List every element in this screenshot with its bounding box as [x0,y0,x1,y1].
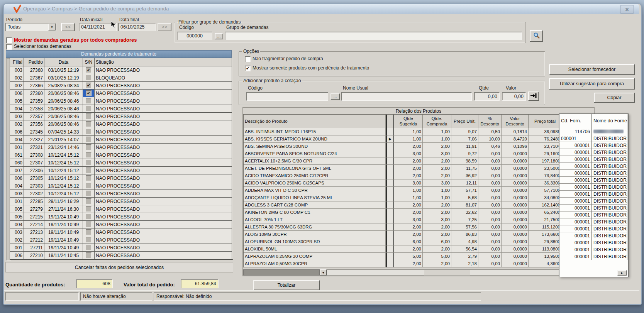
fornecedor-row[interactable]: 000001DISTRIBUIDORA [559,191,628,198]
demand-row[interactable]: 0052721519/11/24 10:49NAO PROCESSADO [10,213,233,221]
demand-row[interactable]: 0042732721/01/25 14:07NAO PROCESSADO [10,136,233,144]
data-final-input[interactable]: 06/10/2025 [118,23,156,31]
fornecedor-row[interactable]: 114706 [559,128,628,135]
mostrar-somente-checkbox[interactable]: ✔ [245,66,251,71]
product-row[interactable]: ABS. SEMINA P/SEIOS 30UND2,002,0011,910,… [244,143,562,150]
copiar-button[interactable]: Copiar [594,93,635,103]
sn-checkbox-cell[interactable] [83,198,95,205]
mostrar-todos-checkbox[interactable] [6,37,12,43]
sn-checkbox-cell[interactable] [83,151,95,159]
product-row[interactable]: ACET. DE PREDNISOLONA GTS OFT 5ML2,002,0… [244,165,562,172]
fornecedor-row[interactable]: 000001DISTRIBUIDORA [559,246,628,253]
prev-period-button[interactable]: << [61,23,75,31]
adicionar-codigo-input[interactable] [246,92,328,101]
demand-row[interactable]: 0032736803/10/25 12:19✔NAO PROCESSADO [10,66,233,74]
sn-checkbox-cell[interactable] [83,190,95,198]
demand-row[interactable]: 0062730510/12/24 15:12NAO PROCESSADO [10,174,233,182]
demand-row[interactable]: 0012732123/12/24 14:46NAO PROCESSADO [10,144,233,151]
grupo-demandas-input[interactable] [225,32,522,40]
sn-checkbox-cell[interactable] [83,105,95,113]
demand-row[interactable]: 0052735920/06/25 08:46NAO PROCESSADO [10,97,233,105]
next-period-button[interactable]: >> [158,23,171,31]
fornecedor-row[interactable]: 000001DISTRIBUIDORA [559,218,628,225]
sn-checkbox-cell[interactable] [83,228,95,236]
demand-row[interactable]: 0062734507/04/25 14:33NAO PROCESSADO [10,128,233,136]
product-row[interactable]: ABS. INTIMUS INT. MEDIO L16P151,001,009,… [244,128,562,135]
totalizar-button[interactable]: Totalizar [253,280,320,290]
product-row[interactable]: ALOXIDIL 50ML2,002,0056,540,000,0000113,… [244,245,562,253]
demand-row[interactable]: 0602730710/12/24 15:12NAO PROCESSADO [10,159,233,167]
chevron-down-icon[interactable]: ▼ [48,24,56,30]
fornecedor-row[interactable]: 000001DISTRIBUIDORA [559,170,628,177]
product-row[interactable]: ALOIS 10MG 30CPR2,002,0086,830,000,00001… [244,231,562,238]
product-row[interactable]: ACERTALIX 10+2,5MG C/30 CPR2,002,0098,59… [244,157,562,165]
demand-row[interactable]: 0022736625/08/25 08:34✔NAO PROCESSADO [10,82,233,90]
sn-checkbox-cell[interactable] [83,167,95,174]
sn-checkbox-cell[interactable]: ✔ [83,66,95,74]
product-row[interactable]: ALOPURINOL GN 100MG 30CPR SD6,006,004,98… [244,238,562,245]
adicionar-item-button[interactable] [528,91,539,101]
sn-checkbox-cell[interactable]: ✔ [83,82,95,90]
sn-checkbox-cell[interactable] [83,244,95,252]
product-row[interactable]: ALCOOL 70% 1 LT3,003,007,250,000,000021,… [244,216,562,223]
fornecedor-row[interactable]: 000001DISTRIBUIDORA [559,156,628,163]
fornecedor-row[interactable]: 000001DISTRIBUIDORA [559,163,628,170]
sn-checkbox-cell[interactable] [83,213,95,221]
close-button[interactable]: ✕ [620,5,634,14]
nao-fragmentar-checkbox[interactable] [245,56,251,62]
demand-row[interactable]: 0032735720/06/25 08:46NAO PROCESSADO [10,113,233,120]
pesquisar-button[interactable] [530,30,543,42]
sn-checkbox-cell[interactable] [83,252,95,259]
demand-row[interactable]: 0022736703/10/25 12:19BLOQUEADO [10,74,233,82]
fornecedor-row[interactable]: 000001DISTRIBUIDORA [559,211,628,218]
fornecedor-row[interactable]: 000001DISTRIBUIDORA [559,205,628,211]
demand-row[interactable]: 0042721419/11/24 10:49NAO PROCESSADO [10,221,233,228]
product-row[interactable]: ABSORVENTE PARA SEIOS NOTURNO C/243,003,… [244,150,562,157]
demand-row[interactable]: 0072730610/12/24 15:12NAO PROCESSADO [10,167,233,174]
demand-row[interactable]: 0032730210/12/24 15:12NAO PROCESSADO [10,190,233,198]
fornecedor-row[interactable]: 000001DISTRIBUIDORA [559,135,628,142]
sn-checkbox-cell[interactable] [83,113,95,120]
codigo-grupo-input[interactable]: 000000 [177,32,212,40]
scroll-left-button[interactable]: ◄ [320,269,327,276]
demand-row[interactable]: 0062736020/06/25 08:46✔NAO PROCESSADO [10,90,233,97]
product-row[interactable]: ADOÇANTE LIQUIDO LINEA STEVIA 25 ML1,001… [244,194,562,201]
fornecedor-row[interactable]: 000001DISTRIBUIDORA [559,232,628,239]
product-row[interactable]: ACIDO VALPROICO 250MG C/25CAPS3,003,0012… [244,179,562,187]
sn-checkbox-cell[interactable] [83,97,95,105]
selecionar-todas-checkbox[interactable] [6,44,12,50]
demand-row[interactable]: 0062721019/11/24 10:45NAO PROCESSADO [10,252,233,259]
codigo-grupo-browse-button[interactable]: ... [215,33,223,39]
fornecedor-row[interactable]: 000001DISTRIBUIDORA [559,239,628,246]
fornecedor-row[interactable]: 000001DISTRIBUIDORA [559,149,628,156]
demand-row[interactable]: 0612730810/12/24 15:12NAO PROCESSADO [10,151,233,159]
sn-checkbox-cell[interactable] [83,221,95,228]
demand-row[interactable]: 0042730310/12/24 15:12NAO PROCESSADO [10,182,233,190]
produtos-hscroll-thumb[interactable] [424,270,470,276]
product-row[interactable]: ACIDO TRANEXAMICO 250MG C/12CPR2,002,003… [244,172,562,179]
qtde-input[interactable]: 0,00 [474,92,500,101]
sn-checkbox-cell[interactable] [83,205,95,213]
sn-checkbox-cell[interactable] [83,136,95,144]
fornecedor-row[interactable]: 000001DISTRIBUIDORA [559,198,628,205]
adicionar-browse-button[interactable]: ... [330,93,340,100]
demand-row[interactable]: 0052727927/11/24 16:30NAO PROCESSADO [10,205,233,213]
sn-checkbox-cell[interactable] [83,144,95,151]
product-row[interactable]: ABS. KISSES GERIATRICO MAX 20UND►1,001,0… [244,135,562,143]
sn-checkbox-cell[interactable] [83,174,95,182]
product-row[interactable]: ALPRAZOLAM 0,50MG 30CPR2,002,002,180,000… [244,260,562,267]
sn-checkbox-cell[interactable] [83,159,95,167]
sn-checkbox-cell[interactable] [83,128,95,136]
product-row[interactable]: ALPRAZOLAM 0,25MG 30 COMP5,005,002,790,0… [244,253,562,260]
demand-row[interactable]: 0042735820/06/25 08:46NAO PROCESSADO [10,105,233,113]
demand-row[interactable]: 0032721319/11/24 10:49NAO PROCESSADO [10,228,233,236]
fornecedor-row[interactable]: 000001DISTRIBUIDORA [559,184,628,191]
cancelar-faltas-button[interactable]: Cancelar faltas dos pedidos selecionados [5,262,233,272]
sn-checkbox-cell[interactable] [83,74,95,82]
fornecedor-row[interactable]: 000001DISTRIBUIDORA [559,225,628,232]
product-row[interactable]: AKINETON 2MG C 80 COMP C12,002,0032,620,… [244,209,562,216]
demand-row[interactable]: 0022721219/11/24 10:49NAO PROCESSADO [10,236,233,244]
sn-checkbox-cell[interactable]: ✔ [83,90,95,97]
demand-row[interactable]: 0012721119/11/24 10:49NAO PROCESSADO [10,244,233,252]
product-row[interactable]: ALLESTRA 30 75/30MCG 63DRG2,002,0057,560… [244,223,562,231]
